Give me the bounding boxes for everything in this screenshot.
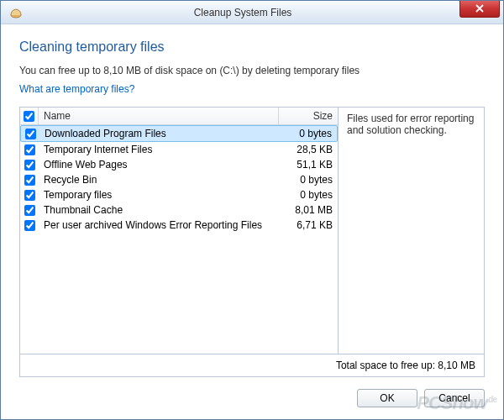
row-size: 0 bytes (278, 127, 337, 140)
list-header: Name Size (20, 108, 338, 125)
row-checkbox[interactable] (24, 205, 35, 216)
row-checkbox[interactable] (25, 129, 36, 139)
dialog-window: Cleanup System Files Cleaning temporary … (0, 0, 504, 420)
row-checkbox-cell (20, 205, 39, 216)
column-header-name[interactable]: Name (39, 108, 279, 124)
row-checkbox-cell (21, 129, 39, 139)
row-size: 28,5 KB (279, 143, 338, 156)
select-all-checkbox[interactable] (24, 111, 34, 122)
row-name: Downloaded Program Files (39, 127, 278, 140)
list-body: Downloaded Program Files0 bytesTemporary… (20, 125, 338, 354)
row-checkbox-cell (20, 144, 39, 155)
row-name: Temporary files (39, 188, 279, 202)
row-checkbox-cell (20, 190, 39, 201)
content-area: Cleaning temporary files You can free up… (1, 24, 503, 419)
page-heading: Cleaning temporary files (19, 39, 485, 55)
row-checkbox-cell (20, 160, 39, 171)
file-list-panel: Name Size Downloaded Program Files0 byte… (19, 107, 339, 354)
close-icon (475, 4, 484, 13)
list-row[interactable]: Temporary files0 bytes (20, 187, 338, 202)
total-bar: Total space to free up: 8,10 MB (19, 354, 485, 377)
titlebar: Cleanup System Files (1, 1, 503, 24)
list-row[interactable]: Per user archived Windows Error Reportin… (20, 218, 338, 233)
row-checkbox-cell (20, 220, 39, 231)
list-row[interactable]: Offline Web Pages51,1 KB (20, 157, 338, 172)
page-subtext: You can free up to 8,10 MB of disk space… (19, 65, 485, 76)
list-row[interactable]: Recycle Bin0 bytes (20, 172, 338, 187)
row-size: 0 bytes (279, 173, 338, 186)
list-row[interactable]: Temporary Internet Files28,5 KB (20, 142, 338, 157)
row-size: 51,1 KB (279, 158, 338, 171)
header-checkbox-cell (20, 108, 39, 124)
row-checkbox[interactable] (24, 220, 35, 231)
row-checkbox[interactable] (24, 144, 35, 155)
row-name: Per user archived Windows Error Reportin… (39, 218, 279, 232)
list-row[interactable]: Thumbnail Cache8,01 MB (20, 202, 338, 218)
window-title: Cleanup System Files (26, 7, 459, 18)
row-size: 8,01 MB (279, 203, 338, 217)
row-name: Recycle Bin (39, 173, 279, 186)
button-row: OK Cancel (19, 389, 485, 407)
app-icon (6, 6, 26, 19)
row-checkbox[interactable] (24, 190, 35, 201)
ok-button[interactable]: OK (357, 389, 417, 407)
row-name: Offline Web Pages (39, 158, 279, 171)
close-button[interactable] (459, 1, 500, 18)
row-size: 6,71 KB (279, 218, 338, 232)
description-panel: Files used for error reporting and solut… (339, 107, 485, 354)
cancel-button[interactable]: Cancel (424, 389, 485, 407)
row-checkbox[interactable] (24, 160, 35, 171)
help-link[interactable]: What are temporary files? (19, 83, 485, 95)
row-checkbox-cell (20, 175, 39, 186)
row-name: Thumbnail Cache (39, 203, 279, 217)
row-size: 0 bytes (279, 188, 338, 202)
column-header-size[interactable]: Size (279, 108, 338, 124)
row-name: Temporary Internet Files (39, 143, 279, 156)
row-checkbox[interactable] (24, 175, 35, 186)
body-row: Name Size Downloaded Program Files0 byte… (19, 107, 485, 354)
list-row[interactable]: Downloaded Program Files0 bytes (20, 125, 338, 142)
